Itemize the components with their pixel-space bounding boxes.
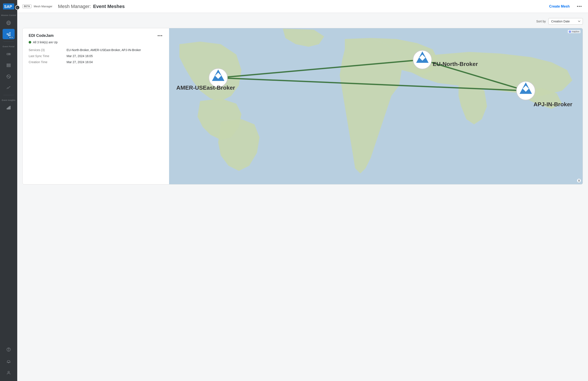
mesh-nav-beta-badge: BETA [8, 36, 14, 38]
event-mesh-nav[interactable]: BETA [2, 29, 15, 39]
svg-point-7 [9, 35, 11, 36]
beta-badge: BETA [22, 4, 31, 8]
svg-rect-19 [7, 108, 8, 110]
m-dot2 [159, 35, 160, 36]
catalog-nav[interactable] [2, 60, 15, 70]
status-text: All 3 link(s) are Up [33, 41, 58, 44]
sidebar-bottom [2, 344, 15, 381]
services-label: Services (3) [29, 48, 63, 52]
mesh-card-edi-codejam: EDI CodeJam All 3 link(s) are Up Service… [22, 28, 583, 184]
svg-rect-17 [7, 66, 11, 67]
sidebar-divider-2 [3, 95, 14, 95]
event-broker-nav[interactable] [2, 49, 15, 59]
svg-text:SAP: SAP [4, 4, 12, 9]
sort-select[interactable]: Creation Date Name Last Sync Time [548, 18, 583, 24]
sort-by-label: Sort by [536, 20, 546, 23]
dot1 [577, 6, 578, 7]
svg-point-6 [9, 32, 11, 33]
page-title-separator [55, 4, 56, 9]
svg-text:AMER-USEast-Broker: AMER-USEast-Broker [176, 85, 235, 91]
environment-nav[interactable] [2, 71, 15, 82]
dot2 [579, 6, 580, 7]
svg-rect-20 [8, 107, 8, 109]
insights-nav[interactable] [2, 103, 15, 113]
sort-bar: Sort by Creation Date Name Last Sync Tim… [22, 18, 583, 24]
status-indicator [29, 41, 31, 44]
mesh-status-line: All 3 link(s) are Up [29, 41, 163, 44]
mesh-name: EDI CodeJam [29, 33, 54, 38]
m-dot3 [161, 35, 162, 36]
user-nav[interactable] [2, 368, 15, 378]
creation-label: Creation Time [29, 60, 63, 64]
mesh-card-header: EDI CodeJam [29, 33, 163, 38]
mesh-card-map: EU-North-Broker AMER-USEast-Broker [169, 28, 583, 184]
mesh-card-info: EDI CodeJam All 3 link(s) are Up Service… [23, 28, 169, 184]
creation-value: Mar 27, 2024 16:04 [66, 60, 93, 64]
mesh-more-button[interactable] [157, 34, 163, 37]
last-sync-label: Last Sync Time [29, 54, 63, 58]
header-more-button[interactable] [576, 4, 583, 8]
page-title: Event Meshes [93, 4, 125, 9]
sap-logo[interactable]: SAP [2, 2, 15, 11]
svg-text:APJ-IN-Broker: APJ-IN-Broker [533, 101, 572, 108]
svg-point-5 [7, 34, 8, 35]
notifications-nav[interactable] [2, 356, 15, 366]
sidebar-divider-1 [3, 41, 14, 42]
mapbox-text: mapbox [572, 30, 579, 33]
creation-time-row: Creation Time Mar 27, 2024 16:04 [29, 60, 163, 64]
svg-point-25 [8, 371, 9, 373]
m-dot1 [158, 35, 159, 36]
main-area: BETA Mesh Manager Mesh Manager: Event Me… [17, 0, 588, 381]
svg-rect-15 [7, 64, 11, 65]
svg-line-9 [8, 33, 9, 34]
header: BETA Mesh Manager Mesh Manager: Event Me… [17, 0, 588, 13]
event-portal-analytics-nav[interactable] [2, 83, 15, 93]
services-row: Services (3) EU-North-Broker, AMER-USEas… [29, 48, 163, 52]
sidebar-toggle[interactable] [15, 5, 20, 10]
content-area: Sort by Creation Date Name Last Sync Tim… [17, 13, 588, 381]
services-value: EU-North-Broker, AMER-USEast-Broker, APJ… [66, 48, 141, 52]
header-left: BETA Mesh Manager Mesh Manager: Event Me… [22, 4, 125, 9]
page-title-prefix: Mesh Manager: [58, 4, 91, 9]
svg-rect-21 [9, 107, 9, 110]
last-sync-value: Mar 27, 2024 16:05 [66, 54, 93, 58]
header-right: Create Mesh [547, 3, 583, 10]
svg-text:EU-North-Broker: EU-North-Broker [433, 61, 478, 67]
svg-rect-22 [10, 106, 11, 110]
mesh-details: Services (3) EU-North-Broker, AMER-USEas… [29, 48, 163, 64]
map-info-button[interactable]: ℹ [577, 179, 581, 182]
svg-point-40 [569, 31, 570, 32]
mapbox-icon [569, 31, 571, 33]
dot3 [580, 6, 582, 7]
mission-control-nav[interactable] [2, 18, 15, 28]
help-nav[interactable] [2, 344, 15, 355]
map-svg: EU-North-Broker AMER-USEast-Broker [169, 28, 583, 184]
mission-control-label: Mission Control [0, 14, 17, 16]
svg-rect-16 [7, 65, 11, 66]
event-insights-label: Event Insights [0, 99, 17, 101]
event-portal-label: Event Portal [0, 45, 17, 48]
breadcrumb: Mesh Manager [34, 5, 52, 8]
create-mesh-button[interactable]: Create Mesh [547, 3, 572, 10]
svg-point-24 [8, 350, 9, 350]
last-sync-row: Last Sync Time Mar 27, 2024 16:05 [29, 54, 163, 58]
sidebar: SAP Mission Control BETA Event Portal [0, 0, 17, 381]
mapbox-attribution: mapbox [568, 30, 580, 33]
